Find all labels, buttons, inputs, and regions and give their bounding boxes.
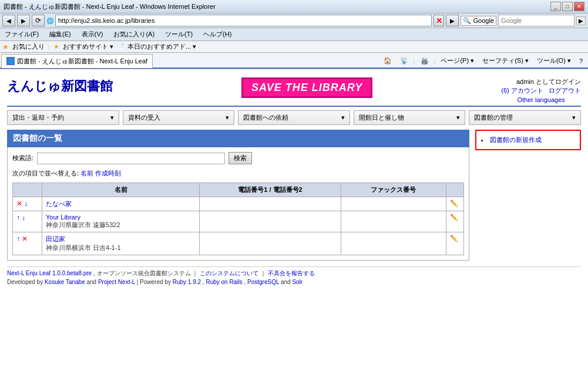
col-fax: ファックス番号 [341, 183, 446, 197]
sidebar-box: 図書館の新規作成 [475, 130, 581, 150]
table-header-row: 名前 電話番号1 / 電話番号2 ファックス番号 [13, 183, 464, 197]
tools-button[interactable]: ツール(O) ▾ [534, 55, 574, 66]
stop-button[interactable]: ✕ [434, 15, 444, 26]
browser-chrome: 図書館 - えんじゅ新図書館 - Next-L Enju Leaf - Wind… [0, 0, 588, 69]
site-title[interactable]: えんじゅ新図書館 [7, 77, 113, 95]
favorites-link[interactable]: お気に入り [12, 42, 45, 51]
search-button[interactable]: 検索 [229, 152, 252, 164]
page-header: えんじゅ新図書館 SAVE THE LIBRARY admin としてログイン … [7, 74, 581, 107]
cell-phone-2 [200, 211, 341, 232]
down-icon-1[interactable]: ↓ [24, 200, 28, 208]
ruby-link[interactable]: Ruby 1.9.2 [173, 279, 201, 285]
cell-name-2: Your Library 神奈川県藤沢市 遠藤5322 [42, 211, 200, 232]
logout-link[interactable]: ログアウト [549, 87, 581, 94]
up-icon-3[interactable]: ↑ [16, 235, 20, 243]
project-link[interactable]: Project Next-L [98, 279, 135, 285]
library-name-link-2[interactable]: Your Library [46, 214, 80, 221]
delete-icon-1[interactable]: ✕ [16, 200, 22, 208]
home-icon[interactable]: 🏠 [381, 56, 395, 66]
sidebar-list: 図書館の新規作成 [481, 136, 575, 144]
search-go[interactable]: ▶ [576, 16, 586, 25]
cell-edit-3: ✏️ [446, 232, 464, 255]
go-button[interactable]: ▶ [446, 15, 459, 26]
table-row: ↑ ↓ Your Library 神奈川県藤沢市 遠藤5322 [13, 211, 464, 232]
row-actions-3: ↑ ✕ [13, 232, 42, 255]
daily-recommended[interactable]: 本日のおすすめアド... ▾ [127, 42, 196, 51]
nav-receive[interactable]: 資料の受入 ▾ [123, 110, 235, 125]
cell-phone-3 [200, 232, 341, 255]
postgres-link[interactable]: PostgreSQL [247, 279, 279, 285]
minimize-button[interactable]: _ [550, 2, 561, 11]
account-link[interactable]: (6) アカウント [501, 87, 543, 94]
library-name-link-1[interactable]: たなべ家 [46, 200, 72, 207]
safety-button[interactable]: セーフティ(S) ▾ [479, 55, 532, 66]
nav-request[interactable]: 図書館への依頼 ▾ [238, 110, 350, 125]
menu-help[interactable]: ヘルプ(H) [201, 29, 234, 40]
nav-lending[interactable]: 貸出・返却・予約 ▾ [7, 110, 119, 125]
chevron-down-icon-4: ▾ [456, 114, 460, 121]
save-library-banner: SAVE THE LIBRARY [241, 77, 372, 98]
edit-icon-2[interactable]: ✏️ [450, 214, 458, 221]
cell-name-1: たなべ家 [42, 197, 200, 211]
menu-edit[interactable]: 編集(E) [47, 29, 73, 40]
report-link[interactable]: 不具合を報告する [268, 270, 315, 276]
menu-favorites[interactable]: お気に入り(A) [111, 29, 157, 40]
google-logo: 🔍 Google [461, 16, 496, 26]
forward-button[interactable]: ▶ [17, 15, 30, 26]
new-library-link[interactable]: 図書館の新規作成 [490, 136, 542, 143]
title-bar: 図書館 - えんじゅ新図書館 - Next-L Enju Leaf - Wind… [0, 0, 588, 13]
page-content: えんじゅ新図書館 SAVE THE LIBRARY admin としてログイン … [0, 69, 588, 292]
page-icon: 📄 [117, 43, 124, 50]
down-icon-2[interactable]: ↓ [22, 214, 25, 222]
active-tab[interactable]: 🌐 図書館 - えんじゅ新図書館 - Next-L Enju Leaf [1, 54, 153, 68]
menu-view[interactable]: 表示(V) [79, 29, 106, 40]
refresh-button[interactable]: ⟳ [32, 15, 45, 26]
library-name-link-3[interactable]: 田辺家 [46, 235, 65, 242]
restore-button[interactable]: □ [562, 2, 573, 11]
search-input[interactable] [37, 153, 225, 164]
help-button[interactable]: ? [576, 56, 586, 66]
library-addr-2: 神奈川県藤沢市 遠藤5322 [46, 221, 196, 229]
search-label: 検索語: [12, 154, 33, 163]
up-icon-2[interactable]: ↑ [16, 214, 20, 222]
recommended-sites[interactable]: おすすめサイト ▾ [63, 42, 113, 51]
banner-area: SAVE THE LIBRARY [241, 77, 372, 98]
browser-search-bar: 🔍 Google ▶ [461, 15, 586, 26]
edit-icon-1[interactable]: ✏️ [450, 200, 458, 207]
sort-created-link[interactable]: 作成時刻 [95, 170, 121, 177]
menu-file[interactable]: ファイル(F) [2, 29, 41, 40]
login-status: admin としてログイン [501, 77, 581, 86]
nav-admin[interactable]: 図書館の管理 ▾ [469, 110, 581, 125]
search-row: 検索語: 検索 [12, 152, 464, 164]
cell-fax-2 [341, 211, 446, 232]
footer: Next-L Enju Leaf 1.0.0.beta8.pre , オープンソ… [7, 266, 581, 288]
window-title: 図書館 - えんじゅ新図書館 - Next-L Enju Leaf - Wind… [4, 2, 550, 11]
kosuke-link[interactable]: Kosuke Tanabe [45, 279, 85, 285]
solr-link[interactable]: Solr [292, 279, 303, 285]
back-button[interactable]: ◀ [2, 15, 15, 26]
print-button[interactable]: 🖨️ [418, 56, 432, 66]
separator: | [48, 43, 50, 50]
library-name-3: 田辺家 [46, 235, 196, 244]
col-name: 名前 [42, 183, 200, 197]
footer-sep1: ｜ [260, 270, 266, 276]
nav-events[interactable]: 開館日と催し物 ▾ [354, 110, 466, 125]
edit-icon-3[interactable]: ✏️ [450, 235, 458, 242]
action-icons-2: ↑ ↓ [16, 214, 38, 222]
feed-icon[interactable]: 📡 [397, 56, 411, 66]
rails-link[interactable]: Ruby on Rails [206, 279, 242, 285]
chevron-down-icon-2: ▾ [226, 114, 229, 121]
google-search-input[interactable] [498, 15, 574, 26]
about-link[interactable]: このシステムについて [200, 270, 258, 276]
other-languages-link[interactable]: Other languages [517, 96, 565, 103]
enju-leaf-link[interactable]: Next-L Enju Leaf 1.0.0.beta8.pre [7, 270, 92, 276]
delete-icon-3[interactable]: ✕ [22, 235, 28, 243]
close-button[interactable]: ✕ [574, 2, 584, 11]
developed-by: Developed by [7, 279, 43, 285]
page-button[interactable]: ページ(P) ▾ [438, 55, 477, 66]
main-layout: 図書館の一覧 検索語: 検索 次の項目で並べ替える: 名前 作成時刻 [7, 130, 581, 261]
menu-tools[interactable]: ツール(T) [163, 29, 195, 40]
address-input[interactable] [55, 15, 432, 26]
sort-name-link[interactable]: 名前 [80, 170, 93, 177]
col-phone: 電話番号1 / 電話番号2 [200, 183, 341, 197]
